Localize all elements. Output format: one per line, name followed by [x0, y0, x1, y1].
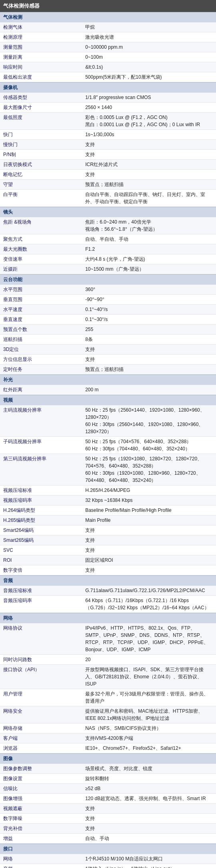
- row-value: 固定区域ROI: [82, 555, 216, 565]
- table-row: 断电记忆支持: [0, 170, 216, 180]
- section-table-5: 主码流视频分辨率50 Hz：25 fps（2560×1440、1920×1080…: [0, 405, 216, 575]
- row-label: 网络: [0, 854, 82, 864]
- row-value: &lt;0.1s): [82, 62, 216, 72]
- table-row: 数字降噪支持: [0, 814, 216, 824]
- table-row: 音频压缩码率64 Kbps（G.711）/16Kbps（G.722.1）/16 …: [0, 596, 216, 613]
- row-label: 水平范围: [0, 285, 82, 295]
- row-label: 测量距离: [0, 52, 82, 62]
- row-label: SVC: [0, 545, 82, 555]
- section-table-8: 图像参数调整场景模式、亮度、对比度、锐度图像设置旋转和翻转信噪比≥52 dB图像…: [0, 764, 216, 844]
- table-row: 音频1路输入（Line in）、1路输出（Line out）: [0, 864, 216, 868]
- row-label: 主码流视频分辨率: [0, 405, 82, 437]
- table-row: 巡航扫描8条: [0, 335, 216, 345]
- table-row: 定时任务预置点；巡航扫描: [0, 365, 216, 375]
- row-value: 50 Hz：25 fps（1920×1080、1280×720、1280×720…: [82, 454, 216, 486]
- row-value: 支持: [82, 525, 216, 535]
- table-row: 视频压缩码率32 Kbps ~16384 Kbps: [0, 495, 216, 505]
- row-value: 自动白平衡、自动跟踪白平衡、钠灯、日光灯、室内、室外、手动白平衡、锁定白平衡: [82, 190, 216, 207]
- table-row: 第三码流视频分辨率50 Hz：25 fps（1920×1080、1280×720…: [0, 454, 216, 486]
- section-header-1: 摄像机: [0, 82, 216, 93]
- row-label: 用户管理: [0, 689, 82, 706]
- row-label: 检测气体: [0, 22, 82, 32]
- table-row: 图像设置旋转和翻转: [0, 774, 216, 784]
- section-2: 镜头焦距 &视场角焦距：6.0~240 mm，40倍光学视场角：56.6°~1.…: [0, 207, 216, 274]
- row-label: 子码流视频分辨率: [0, 437, 82, 454]
- section-5: 视频主码流视频分辨率50 Hz：25 fps（2560×1440、1920×10…: [0, 395, 216, 575]
- row-label: 白平衡: [0, 190, 82, 207]
- row-label: 同时访问路数: [0, 655, 82, 665]
- row-label: P/N制: [0, 150, 82, 160]
- table-row: 传感器类型1/1.8″ progressive scan CMOS: [0, 93, 216, 103]
- row-label: 图像参数调整: [0, 764, 82, 774]
- table-row: 视频压缩标准H.265/H.264/MJPEG: [0, 486, 216, 495]
- row-value: 32 Kbps ~16384 Kbps: [82, 495, 216, 505]
- row-value: 0.1°~40°/s: [82, 305, 216, 315]
- table-row: 最大光圈数F1.2: [0, 244, 216, 254]
- section-7: 网络网络协议IPv4/IPv6、HTTP、HTTPS、802.1x、Qos、FT…: [0, 613, 216, 753]
- section-table-7: 网络协议IPv4/IPv6、HTTP、HTTPS、802.1x、Qos、FTP、…: [0, 623, 216, 753]
- table-row: 数字变倍支持: [0, 565, 216, 575]
- section-header-0: 气体检测: [0, 12, 216, 22]
- table-row: H.264编码类型Baseline Profile/Main Profile/H…: [0, 505, 216, 515]
- row-label: Smart265编码: [0, 535, 82, 545]
- row-value: G.711alaw/G.711ulaw/G.722.1/G.726/MP2L2/…: [82, 586, 216, 596]
- table-row: 子码流视频分辨率50 Hz：25 fps（704×576、640×480、352…: [0, 437, 216, 454]
- page-title: 气体检测传感器: [0, 0, 216, 12]
- row-label: 测量范围: [0, 42, 82, 52]
- table-row: Smart265编码支持: [0, 535, 216, 545]
- row-label: 网络协议: [0, 623, 82, 655]
- table-row: 信噪比≥52 dB: [0, 784, 216, 794]
- row-value: 旋转和翻转: [82, 774, 216, 784]
- table-row: 检测原理激光吸收光谱: [0, 32, 216, 42]
- table-row: 近摄距10~1500 mm（广角-望远）: [0, 264, 216, 274]
- row-value: 自动、半自动、手动: [82, 234, 216, 244]
- row-value: 50 Hz：25 fps（2560×1440、1920×1080、1280×96…: [82, 405, 216, 437]
- table-row: 聚焦方式自动、半自动、手动: [0, 234, 216, 244]
- row-value: 彩色：0.0005 Lux @ (F1.2，AGC ON)黑白：0.0001 L…: [82, 113, 216, 130]
- row-value: Baseline Profile/Main Profile/High Profi…: [82, 505, 216, 515]
- row-label: 第三码流视频分辨率: [0, 454, 82, 486]
- table-row: 用户管理最多32个用户，可分3级用户权限管理：管理员、操作员、普通用户: [0, 689, 216, 706]
- section-1: 摄像机传感器类型1/1.8″ progressive scan CMOS最大图像…: [0, 82, 216, 207]
- section-8: 图像图像参数调整场景模式、亮度、对比度、锐度图像设置旋转和翻转信噪比≥52 dB…: [0, 753, 216, 844]
- table-row: 日夜切换模式ICR红外滤片式: [0, 160, 216, 170]
- section-header-4: 补光: [0, 375, 216, 385]
- row-label: ROI: [0, 555, 82, 565]
- row-value: IPv4/IPv6、HTTP、HTTPS、802.1x、Qos、FTP、SMTP…: [82, 623, 216, 655]
- row-value: ≥52 dB: [82, 784, 216, 794]
- table-row: 慢快门支持: [0, 140, 216, 150]
- row-value: 激光吸收光谱: [82, 32, 216, 42]
- row-value: 支持: [82, 545, 216, 555]
- section-table-9: 网络1个RJ4510 M/100 M自适应以太网口音频1路输入（Line in）…: [0, 854, 216, 868]
- row-value: 大约4.8 s (光学，广角-望远): [82, 254, 216, 264]
- row-label: 慢快门: [0, 140, 82, 150]
- row-label: 垂直范围: [0, 295, 82, 305]
- row-value: 8条: [82, 335, 216, 345]
- row-label: 视频压缩标准: [0, 486, 82, 495]
- row-label: 3D定位: [0, 345, 82, 355]
- section-table-4: 红外距离200 m: [0, 385, 216, 395]
- table-row: H.265编码类型Main Profile: [0, 515, 216, 525]
- row-value: 255: [82, 325, 216, 335]
- row-value: 自动、手动: [82, 834, 216, 844]
- row-value: H.265/H.264/MJPEG: [82, 486, 216, 495]
- row-label: 近摄距: [0, 264, 82, 274]
- table-row: 最低检出浓度500ppm(5米距离下，配10厘米气袋): [0, 72, 216, 82]
- section-header-8: 图像: [0, 753, 216, 764]
- row-label: 检测原理: [0, 32, 82, 42]
- section-table-3: 水平范围360°垂直范围-90°~90°水平速度0.1°~40°/s垂直速度0.…: [0, 285, 216, 375]
- row-label: 定时任务: [0, 365, 82, 375]
- table-row: 水平速度0.1°~40°/s: [0, 305, 216, 315]
- row-label: 守望: [0, 180, 82, 190]
- row-value: 支持iVMS-4200客户端: [82, 733, 216, 743]
- row-label: 传感器类型: [0, 93, 82, 103]
- row-value: 支持: [82, 565, 216, 575]
- table-row: 守望预置点；巡航扫描: [0, 180, 216, 190]
- row-label: 最大光圈数: [0, 244, 82, 254]
- table-row: 图像增强120 dB超宽动态、透雾、强光抑制、电子防抖、Smart IR: [0, 794, 216, 804]
- row-value: 500ppm(5米距离下，配10厘米气袋): [82, 72, 216, 82]
- table-row: 垂直范围-90°~90°: [0, 295, 216, 305]
- section-table-0: 检测气体甲烷检测原理激光吸收光谱测量范围0~100000 ppm.m测量距离0~…: [0, 22, 216, 82]
- row-label: 信噪比: [0, 784, 82, 794]
- row-label: 音频压缩标准: [0, 586, 82, 596]
